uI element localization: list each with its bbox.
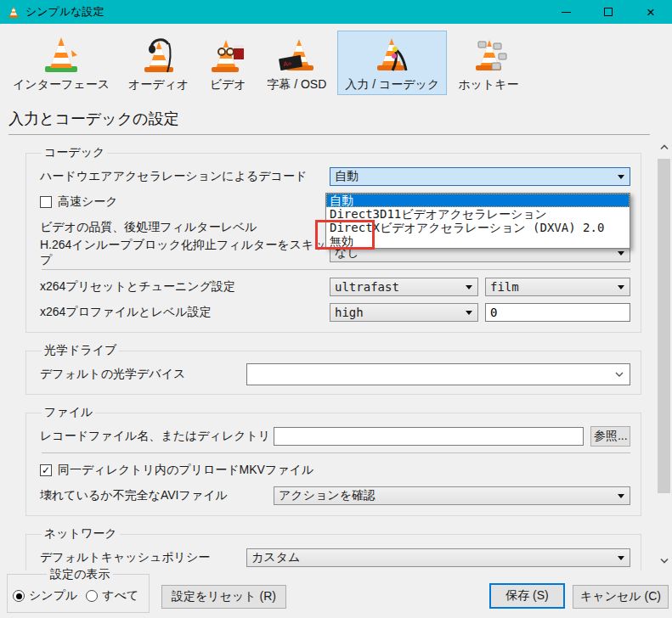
- reset-settings-label: 設定をリセット (R): [172, 589, 276, 604]
- browse-button-label: 参照...: [594, 429, 628, 444]
- h264-filter-label: H.264インループブロック化抑止フィルターをスキップ: [40, 238, 330, 268]
- damaged-avi-label: 壊れているか不完全なAVIファイル: [40, 488, 274, 503]
- tab-video[interactable]: ビデオ: [200, 31, 256, 95]
- cancel-button-label: キャンセル (C): [580, 589, 661, 604]
- category-toolbar: インターフェース オーディオ: [0, 24, 672, 102]
- x264-preset-label: x264プリセットとチューニング設定: [40, 279, 330, 295]
- interface-cone-icon: [41, 35, 82, 76]
- vlc-cone-icon: [7, 5, 20, 19]
- chevron-down-icon: [660, 558, 669, 564]
- browse-button[interactable]: 参照...: [590, 426, 630, 447]
- x264-level-input[interactable]: [485, 303, 630, 322]
- title-bar: シンプルな設定 ×: [0, 0, 672, 24]
- optical-drive-group: 光学ドライブ デフォルトの光学デバイス: [25, 343, 641, 395]
- save-button[interactable]: 保存 (S): [489, 583, 565, 609]
- input-codecs-cone-icon: [372, 35, 413, 76]
- x264-preset-combobox[interactable]: ultrafast: [330, 278, 478, 296]
- reset-settings-button[interactable]: 設定をリセット (R): [161, 585, 286, 609]
- settings-window: シンプルな設定 × インターフェース: [0, 0, 672, 618]
- codec-separator: [42, 269, 630, 270]
- tab-hotkeys[interactable]: ホットキー: [450, 31, 526, 95]
- scrollbar-thumb[interactable]: [658, 159, 670, 493]
- preload-mkv-label: 同一ディレクトリ内のプリロードMKVファイル: [58, 463, 313, 478]
- title-divider: [8, 134, 650, 135]
- preload-mkv-row: 同一ディレクトリ内のプリロードMKVファイル: [40, 458, 630, 483]
- scroll-down-button[interactable]: [657, 552, 671, 569]
- damaged-avi-combobox[interactable]: アクションを確認: [274, 486, 630, 505]
- tab-label: 入力 / コーデック: [345, 77, 439, 93]
- video-cone-icon: [207, 35, 248, 76]
- optical-drive-legend: 光学ドライブ: [42, 343, 119, 358]
- preload-mkv-checkbox[interactable]: [40, 464, 52, 476]
- file-separator: [42, 452, 630, 453]
- chevron-down-icon: [618, 175, 624, 179]
- settings-view-group: 設定の表示 シンプル すべて: [7, 574, 150, 613]
- maximize-icon: [604, 8, 613, 16]
- tab-label: ホットキー: [458, 77, 518, 93]
- video-quality-label: ビデオの品質、後処理フィルターレベル: [40, 220, 257, 235]
- optical-device-label: デフォルトの光学デバイス: [40, 367, 246, 382]
- close-button[interactable]: ×: [630, 0, 672, 24]
- optical-device-combobox[interactable]: [246, 363, 630, 385]
- hotkeys-cone-icon: [468, 35, 509, 76]
- file-group-legend: ファイル: [42, 405, 95, 420]
- cache-policy-combobox[interactable]: カスタム: [246, 548, 630, 567]
- chevron-up-icon: [660, 144, 669, 150]
- maximize-button[interactable]: [587, 0, 630, 24]
- minimize-icon: [562, 12, 571, 13]
- simple-radio[interactable]: [13, 590, 25, 602]
- vertical-scrollbar[interactable]: [657, 138, 671, 569]
- x264-tune-combobox[interactable]: film: [485, 278, 630, 296]
- x264-preset-value: ultrafast: [335, 280, 399, 294]
- tab-label: インターフェース: [13, 77, 110, 93]
- network-group-legend: ネットワーク: [42, 526, 120, 542]
- chevron-down-icon: [618, 494, 624, 498]
- tab-label: ビデオ: [210, 77, 246, 93]
- minimize-button[interactable]: [545, 0, 587, 24]
- chevron-down-icon: [618, 251, 624, 256]
- record-file-input[interactable]: [274, 427, 584, 446]
- chevron-down-icon: [466, 311, 472, 315]
- hw-decode-row: ハードウエアアクセラレーションによるデコード 自動: [40, 164, 630, 189]
- record-file-label: レコードファイル名、またはディレクトリ: [40, 429, 274, 444]
- simple-radio-label: シンプル: [29, 588, 77, 604]
- x264-tune-value: film: [490, 280, 519, 294]
- close-icon: ×: [647, 5, 655, 20]
- scroll-up-button[interactable]: [657, 138, 671, 155]
- all-radio[interactable]: [86, 590, 98, 602]
- tab-audio[interactable]: オーディオ: [121, 31, 196, 95]
- dropdown-option-automatic[interactable]: 自動: [326, 194, 630, 207]
- tab-input-codecs[interactable]: 入力 / コーデック: [337, 31, 447, 95]
- hw-decode-label: ハードウエアアクセラレーションによるデコード: [40, 169, 330, 184]
- x264-profile-label: x264プロファイルとレベル設定: [40, 305, 330, 320]
- all-radio-label: すべて: [102, 588, 138, 604]
- damaged-avi-value: アクションを確認: [279, 488, 376, 503]
- cache-policy-row: デフォルトキャッシュポリシー カスタム: [40, 545, 630, 570]
- chevron-down-icon: [618, 556, 624, 560]
- hw-decode-value: 自動: [335, 169, 359, 184]
- x264-profile-row: x264プロファイルとレベル設定 high: [40, 300, 630, 325]
- cache-policy-label: デフォルトキャッシュポリシー: [40, 550, 246, 565]
- fast-seek-label: 高速シーク: [58, 194, 118, 210]
- damaged-avi-row: 壊れているか不完全なAVIファイル アクションを確認: [40, 483, 630, 508]
- settings-view-legend: 設定の表示: [47, 567, 113, 582]
- x264-profile-combobox[interactable]: high: [330, 303, 478, 322]
- chevron-down-icon: [466, 285, 472, 289]
- tab-label: 字幕 / OSD: [267, 77, 326, 93]
- fast-seek-checkbox[interactable]: [40, 196, 52, 208]
- x264-profile-value: high: [335, 306, 364, 319]
- audio-cone-icon: [138, 35, 179, 76]
- page-title: 入力とコーデックの設定: [8, 109, 672, 129]
- cancel-button[interactable]: キャンセル (C): [573, 585, 669, 609]
- subtitles-cone-icon: A»: [276, 35, 317, 76]
- save-button-label: 保存 (S): [505, 588, 549, 604]
- dropdown-option-d3d11[interactable]: Direct3D11ビデオアクセラレーション: [326, 207, 630, 221]
- cache-policy-value: カスタム: [251, 550, 300, 565]
- chevron-down-icon: [615, 372, 624, 378]
- tab-label: オーディオ: [128, 77, 189, 93]
- red-annotation-box: [315, 220, 375, 250]
- tab-subtitles-osd[interactable]: A» 字幕 / OSD: [259, 31, 334, 95]
- hw-decode-combobox[interactable]: 自動: [330, 167, 630, 186]
- tab-interface[interactable]: インターフェース: [5, 31, 117, 95]
- footer-bar: 設定の表示 シンプル すべて 設定をリセット (R) 保存 (S) キャンセル …: [0, 570, 672, 618]
